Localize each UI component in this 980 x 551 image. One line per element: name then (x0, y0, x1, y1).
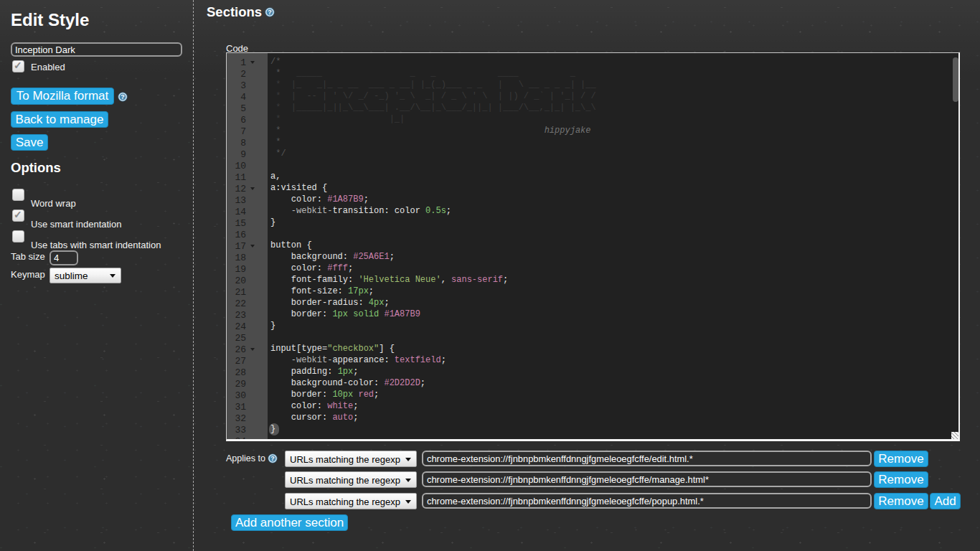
svg-text:?: ? (268, 9, 272, 16)
svg-text:?: ? (121, 93, 125, 100)
svg-text:?: ? (270, 455, 275, 462)
